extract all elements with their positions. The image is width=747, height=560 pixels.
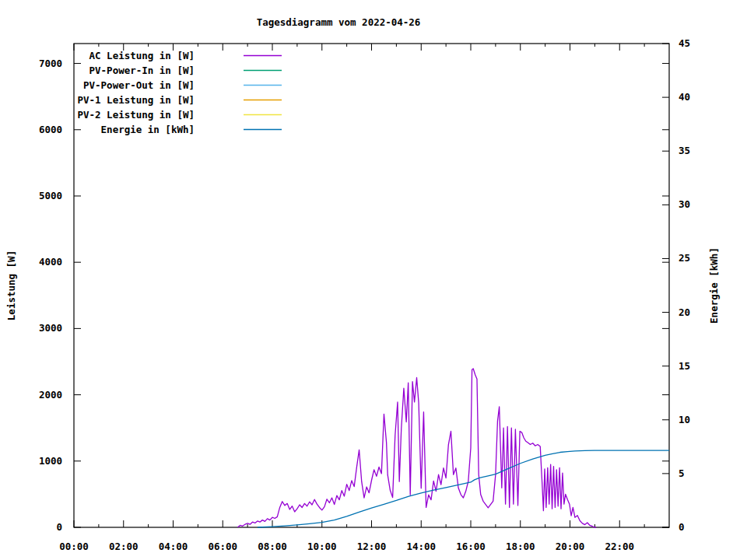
- x-tick-label: 14:00: [406, 541, 436, 552]
- x-tick-label: 06:00: [208, 541, 237, 552]
- y2-axis-label: Energie [kWh]: [708, 247, 720, 324]
- y2-tick-label: 0: [679, 521, 685, 533]
- x-tick-label: 00:00: [59, 541, 89, 552]
- plot-area: 00:0002:0004:0006:0008:0010:0012:0014:00…: [0, 0, 747, 560]
- legend-label: PV-1 Leistung in [W]: [77, 94, 195, 106]
- y2-tick-label: 25: [679, 252, 690, 264]
- legend-label: PV-Power-In in [W]: [89, 65, 195, 76]
- y-tick-label: 1000: [39, 455, 62, 467]
- legend-label: Energie in [kWh]: [101, 124, 195, 135]
- x-tick-label: 22:00: [605, 541, 634, 552]
- x-tick-label: 18:00: [506, 541, 535, 552]
- chart-title: Tagesdiagramm vom 2022-04-26: [74, 16, 603, 28]
- y-tick-label: 3000: [39, 322, 62, 334]
- y-tick-label: 7000: [39, 58, 62, 69]
- y2-tick-label: 10: [679, 414, 690, 425]
- legend-label: AC Leistung in [W]: [89, 50, 195, 61]
- y2-tick-label: 30: [679, 198, 690, 210]
- x-tick-label: 08:00: [258, 541, 287, 552]
- y-axis-label: Leistung [W]: [5, 250, 17, 320]
- y-tick-label: 0: [56, 521, 62, 533]
- y2-tick-label: 5: [679, 467, 685, 479]
- x-tick-label: 10:00: [307, 541, 337, 552]
- x-tick-label: 12:00: [357, 541, 387, 552]
- y2-tick-label: 15: [679, 360, 690, 372]
- y2-tick-label: 40: [679, 91, 690, 103]
- tagesdiagramm-chart: Tagesdiagramm vom 2022-04-26 Leistung [W…: [0, 0, 747, 560]
- x-tick-label: 04:00: [159, 541, 188, 552]
- y2-tick-label: 45: [679, 37, 690, 49]
- y2-tick-label: 20: [679, 306, 690, 318]
- y-tick-label: 2000: [39, 389, 62, 401]
- y-tick-label: 4000: [39, 256, 62, 268]
- x-tick-label: 02:00: [109, 541, 139, 552]
- legend-label: PV-Power-Out in [W]: [83, 79, 195, 91]
- series-line-5: [258, 450, 669, 527]
- y2-tick-label: 35: [679, 145, 690, 156]
- series-line-0: [237, 369, 596, 527]
- x-tick-label: 16:00: [456, 541, 486, 552]
- y-tick-label: 5000: [39, 190, 62, 201]
- x-tick-label: 20:00: [556, 541, 585, 552]
- legend-label: PV-2 Leistung in [W]: [77, 109, 195, 121]
- y-tick-label: 6000: [39, 124, 62, 135]
